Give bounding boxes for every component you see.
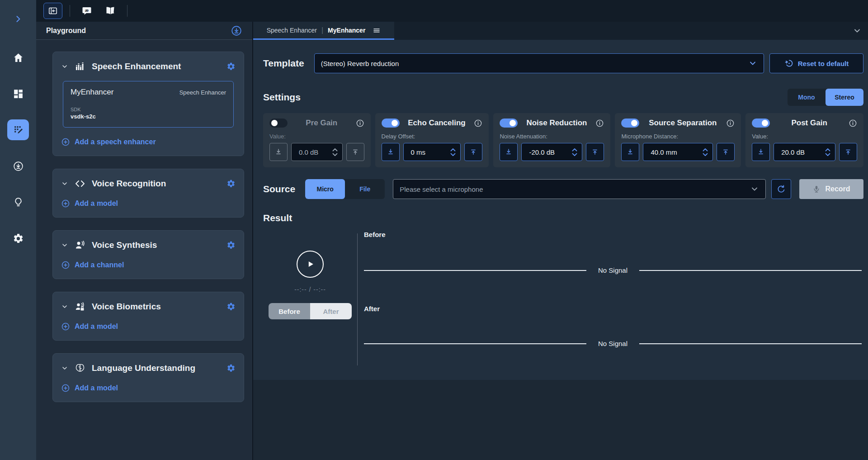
model-card-myenhancer[interactable]: MyEnhancer Speech Enhancer SDK vsdk-s2c — [63, 81, 234, 128]
input-value: 0.0 dB — [299, 148, 331, 156]
setting-title: Noise Reduction — [523, 119, 590, 128]
value-stepper[interactable] — [702, 147, 709, 157]
import-value-button[interactable] — [500, 143, 518, 161]
rail-item-dashboard[interactable] — [7, 83, 29, 104]
open-book-icon — [105, 5, 116, 16]
model-type: Speech Enhancer — [179, 89, 226, 96]
mode-mono-button[interactable]: Mono — [788, 89, 826, 106]
mode-stereo-button[interactable]: Stereo — [826, 89, 863, 106]
gear-icon[interactable] — [226, 241, 236, 250]
microphone-distance-input[interactable]: 40.0 mm — [643, 143, 713, 161]
chevron-down-icon[interactable] — [853, 26, 862, 35]
after-waveform: No Signal — [364, 340, 862, 347]
setting-card-echo-canceling: Echo Canceling Delay Offset: — [375, 113, 489, 167]
chevron-down-icon[interactable] — [61, 63, 68, 70]
add-speech-enhancer-link[interactable]: Add a speech enhancer — [61, 138, 236, 147]
playground-header: Playground — [36, 22, 252, 40]
chevron-down-icon[interactable] — [61, 365, 68, 372]
add-model-link[interactable]: Add a model — [61, 322, 236, 331]
rail-item-settings[interactable] — [7, 228, 29, 249]
chevron-down-icon[interactable] — [61, 303, 68, 310]
circle-plus-icon — [61, 322, 70, 331]
source-micro-button[interactable]: Micro — [305, 179, 345, 199]
source-label: Source — [263, 184, 295, 194]
reset-button-label: Reset to default — [798, 60, 849, 67]
section-speech-enhancement: Speech Enhancement MyEnhancer Speech Enh… — [52, 52, 244, 156]
import-value-button[interactable] — [382, 143, 400, 161]
rail-item-ideas[interactable] — [7, 192, 29, 213]
hamburger-icon[interactable] — [373, 26, 381, 34]
value-stepper[interactable] — [449, 147, 457, 157]
circle-plus-icon — [61, 384, 70, 393]
rail-item-playground[interactable] — [7, 119, 29, 140]
chevron-down-icon[interactable] — [61, 180, 68, 187]
info-icon[interactable] — [726, 119, 735, 128]
export-value-button[interactable] — [839, 143, 857, 161]
waveform-line — [639, 270, 862, 271]
source-separation-toggle[interactable] — [621, 119, 639, 128]
result-block: Result --:-- / --:-- Before — [263, 213, 863, 365]
add-channel-link[interactable]: Add a channel — [61, 261, 236, 270]
export-value-button[interactable] — [346, 143, 364, 161]
tab-name-label: MyEnhancer — [328, 27, 365, 34]
documentation-button[interactable] — [101, 3, 120, 19]
value-stepper[interactable] — [571, 147, 578, 157]
param-label: Noise Attenuation: — [500, 133, 604, 140]
gear-icon[interactable] — [226, 364, 236, 373]
rail-item-home[interactable] — [7, 47, 29, 68]
reset-to-default-button[interactable]: Reset to default — [769, 53, 863, 73]
pre-gain-toggle[interactable] — [269, 119, 288, 128]
compare-before-button[interactable]: Before — [269, 303, 310, 319]
language-tool-button[interactable]: æ — [77, 3, 96, 19]
post-gain-input[interactable]: 20.0 dB — [774, 143, 835, 161]
source-file-button[interactable]: File — [345, 179, 385, 199]
collapse-panel-button[interactable] — [43, 3, 62, 19]
refresh-devices-button[interactable] — [771, 179, 791, 199]
add-model-link[interactable]: Add a model — [61, 199, 236, 208]
pre-gain-input[interactable]: 0.0 dB — [291, 143, 343, 161]
settings-title: Settings — [263, 92, 301, 103]
play-button[interactable] — [297, 251, 324, 278]
gear-icon[interactable] — [226, 179, 236, 188]
input-value: -20.0 dB — [529, 148, 571, 156]
info-icon[interactable] — [849, 119, 857, 128]
record-button[interactable]: Record — [799, 179, 863, 199]
expand-panel-button[interactable] — [10, 11, 26, 27]
settings-header: Settings Mono Stereo — [263, 89, 863, 106]
input-value: 20.0 dB — [781, 148, 824, 156]
export-value-button[interactable] — [464, 143, 482, 161]
noise-attenuation-input[interactable]: -20.0 dB — [521, 143, 582, 161]
import-value-button[interactable] — [269, 143, 288, 161]
add-model-link[interactable]: Add a model — [61, 384, 236, 393]
input-value: 40.0 mm — [651, 148, 702, 156]
param-label: Delay Offset: — [382, 133, 483, 140]
download-project-button[interactable] — [231, 25, 242, 37]
export-value-button[interactable] — [717, 143, 735, 161]
gear-icon[interactable] — [226, 302, 236, 311]
setting-card-noise-reduction: Noise Reduction Noise Attenuation: — [493, 113, 610, 167]
compare-after-button[interactable]: After — [310, 303, 352, 319]
info-icon[interactable] — [474, 119, 482, 128]
topbar-divider — [127, 5, 127, 17]
tab-myenhancer[interactable]: Speech Enhancer | MyEnhancer — [253, 22, 394, 40]
playground-panel: Playground — [36, 22, 253, 460]
circle-plus-icon — [61, 261, 70, 270]
info-icon[interactable] — [356, 119, 364, 128]
microphone-select[interactable]: Please select a microphone — [393, 179, 766, 199]
info-icon[interactable] — [595, 119, 604, 128]
import-value-button[interactable] — [621, 143, 639, 161]
noise-reduction-toggle[interactable] — [500, 119, 518, 128]
import-value-button[interactable] — [752, 143, 770, 161]
rail-item-download[interactable] — [7, 156, 29, 176]
chevron-down-icon[interactable] — [61, 242, 68, 249]
input-value: 0 ms — [411, 148, 450, 156]
export-value-button[interactable] — [586, 143, 604, 161]
enhancer-content: Template (Stereo) Reverb reduction Rese — [253, 40, 868, 380]
delay-offset-input[interactable]: 0 ms — [403, 143, 461, 161]
template-select[interactable]: (Stereo) Reverb reduction — [314, 53, 764, 73]
echo-canceling-toggle[interactable] — [382, 119, 400, 128]
gear-icon[interactable] — [226, 62, 236, 71]
post-gain-toggle[interactable] — [752, 119, 770, 128]
value-stepper[interactable] — [331, 147, 339, 157]
value-stepper[interactable] — [824, 147, 831, 157]
